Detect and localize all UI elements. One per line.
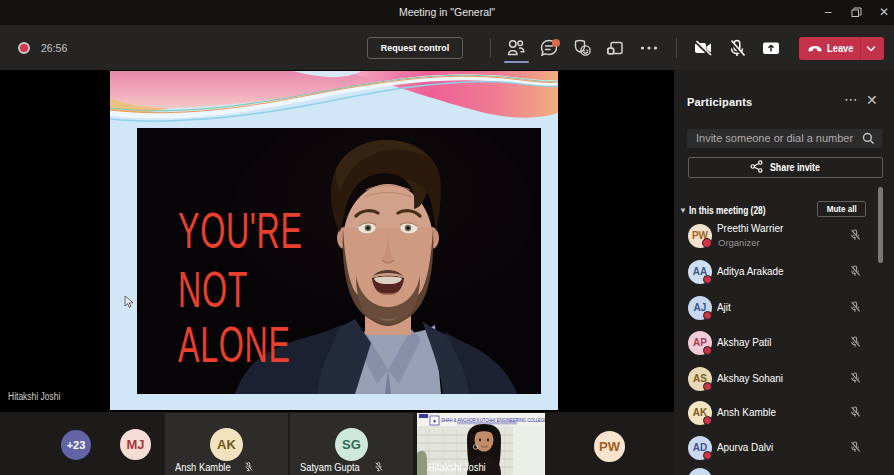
svg-text:♦: ♦ <box>433 418 436 424</box>
